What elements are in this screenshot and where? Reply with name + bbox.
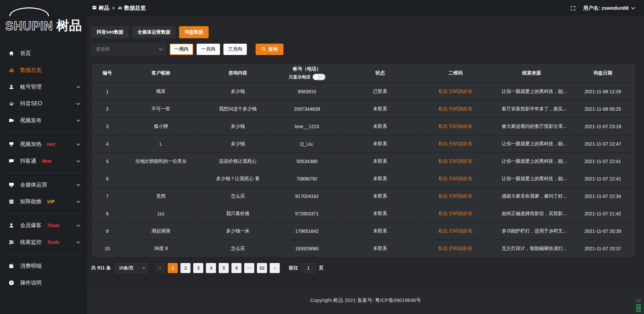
- main: 树品 > 数据总览 用户名: zswodun88: [87, 0, 644, 314]
- private-message-link[interactable]: 私信: [438, 89, 448, 94]
- performance-bars-icon: [636, 304, 641, 312]
- page-number-button-3[interactable]: 3: [193, 263, 203, 273]
- page-size-select[interactable]: 10条/页: [115, 263, 148, 273]
- tab-询盘数据[interactable]: 询盘数据: [179, 26, 209, 38]
- table-row: 7 觉然 怎么买 917024162 未联系 私信 扫码加好友 感谢大家喜欢我家…: [92, 188, 635, 205]
- sidebar-item-video-publish[interactable]: 视频发布: [0, 112, 87, 129]
- period-button-三月内[interactable]: 三月内: [223, 44, 247, 55]
- page-number-button-92[interactable]: 92: [257, 263, 267, 273]
- cell-source[interactable]: 被大家追着问的客厅投影分享...: [493, 118, 570, 135]
- scan-add-friend-link[interactable]: 扫码加好友: [449, 123, 473, 129]
- table-row: 8 zzz 我只看价格 572803371 未联系 私信 扫码加好友 如何正确选…: [92, 205, 635, 222]
- cell-source[interactable]: 让你一眼就爱上的黑科技，能...: [493, 136, 570, 152]
- page-ellipsis-button[interactable]: ···: [244, 263, 254, 273]
- page-number-button-5[interactable]: 5: [219, 263, 229, 273]
- sidebar-item-consume-detail[interactable]: 消费明细: [0, 258, 87, 274]
- page-number-button-2[interactable]: 2: [180, 263, 191, 273]
- goto-page-input[interactable]: [301, 263, 316, 273]
- goto-page: 前往 页: [288, 263, 323, 273]
- breadcrumb-root[interactable]: 树品: [92, 5, 109, 12]
- page-number-button-6[interactable]: 6: [231, 263, 241, 273]
- private-message-link[interactable]: 私信: [438, 176, 448, 181]
- cell-source[interactable]: 感谢大家喜欢我家，被问了好...: [493, 188, 570, 205]
- breadcrumb-current[interactable]: 数据总览: [117, 5, 146, 12]
- sidebar-item-account-manage[interactable]: 账号管理: [0, 78, 87, 95]
- cell-source[interactable]: 让你一眼就爱上的黑科技，能...: [493, 83, 570, 100]
- topbar-right: 用户名: zswodun88: [570, 5, 634, 11]
- cell-no: 1: [92, 83, 123, 100]
- scan-add-friend-link[interactable]: 扫码加好友: [449, 176, 473, 181]
- page-number-button-4[interactable]: 4: [206, 263, 216, 273]
- next-page-button[interactable]: ›: [270, 263, 280, 273]
- page-buttons: ‹ 1 2 3 4 5 6 ··· 92 ›: [155, 263, 280, 273]
- sidebar-item-badge: Hot: [47, 142, 55, 147]
- sidebar-item-label: 数据总览: [20, 67, 42, 74]
- scan-add-friend-link[interactable]: 扫码加好友: [449, 158, 473, 164]
- sidebar-item-douyin-seo[interactable]: 抖音SEO: [0, 95, 87, 112]
- sidebar-item-clue-monitor[interactable]: 线索监控 Tools: [0, 234, 87, 251]
- sidebar-item-video-heat[interactable]: 视频加热 Hot: [0, 136, 87, 153]
- sidebar-item-home[interactable]: 首页: [0, 45, 87, 62]
- cell-date: 2021-11-07 21:42: [570, 205, 635, 222]
- col-header-source: 线索来源: [493, 64, 570, 83]
- sidebar-item-operation-help[interactable]: ? 操作说明: [0, 274, 87, 291]
- tab-全媒体运营数据[interactable]: 全媒体运营数据: [132, 26, 176, 38]
- cell-nickname: 狐小狸: [123, 118, 199, 135]
- scan-add-friend-link[interactable]: 扫码加好友: [449, 228, 473, 233]
- scan-add-friend-link[interactable]: 扫码加好友: [449, 89, 473, 94]
- private-message-link[interactable]: 私信: [438, 141, 448, 146]
- period-button-一周内[interactable]: 一周内: [170, 44, 193, 55]
- cell-nickname: 当地比较能吃的一位美女: [123, 153, 199, 170]
- private-message-link[interactable]: 私信: [438, 246, 448, 251]
- cell-content: 多少钱: [199, 118, 271, 135]
- sidebar-item-media-operation[interactable]: 全媒体运营: [0, 176, 87, 193]
- sidebar-item-member-baoke[interactable]: 会员爆客 Tools: [0, 217, 87, 234]
- private-message-link[interactable]: 私信: [438, 228, 448, 233]
- private-message-link[interactable]: 私信: [438, 123, 448, 129]
- cell-nickname: [123, 170, 199, 187]
- filter-select-placeholder: 请选择: [96, 46, 110, 52]
- table-row: 10 36度 8 怎么买 183929060 未联系 私信 扫码加好友 无主灯设…: [92, 240, 635, 257]
- sidebar-item-douketong[interactable]: 抖客通 New: [0, 153, 87, 169]
- col-header-nickname: 客户昵称: [123, 64, 199, 83]
- tab-抖音seo数据[interactable]: 抖音seo数据: [91, 26, 129, 38]
- scan-add-friend-link[interactable]: 扫码加好友: [449, 141, 473, 146]
- sidebar-divider: [6, 173, 81, 173]
- scan-add-friend-link[interactable]: 扫码加好友: [449, 106, 473, 111]
- sidebar-item-label: 会员爆客: [20, 222, 42, 229]
- cell-source[interactable]: 多功能护栏灯，适用于乡村文...: [493, 223, 570, 240]
- cell-source[interactable]: 让你一眼就爱上的黑科技，能...: [493, 153, 570, 170]
- scan-add-friend-link[interactable]: 扫码加好友: [449, 193, 473, 199]
- cell-source[interactable]: 客厅安装投影半年多了，真实...: [493, 101, 570, 117]
- search-button[interactable]: 查询: [256, 44, 283, 55]
- private-message-link[interactable]: 私信: [438, 106, 448, 111]
- phone-only-toggle[interactable]: [313, 74, 325, 80]
- cell-no: 5: [92, 153, 123, 170]
- filter-bar: 请选择 一周内 一月内 三月内 查询: [91, 44, 636, 55]
- period-button-一月内[interactable]: 一月内: [197, 44, 220, 55]
- fullscreen-icon[interactable]: [570, 5, 576, 11]
- cell-source[interactable]: 无主灯设计，智能磁吸轨道灯...: [493, 240, 570, 257]
- private-message-link[interactable]: 私信: [438, 193, 448, 199]
- sidebar-divider: [6, 213, 81, 214]
- cell-account: love__1215: [272, 118, 342, 135]
- scan-add-friend-link[interactable]: 扫码加好友: [449, 246, 473, 251]
- sidebar-nav: 首页 数据总览 账号管理 抖音SEO 视频发布 视频加热 Hot 抖客通: [0, 43, 87, 291]
- private-message-link[interactable]: 私信: [438, 158, 448, 164]
- sidebar-item-matrix-boost[interactable]: 矩阵助推 VIP: [0, 193, 87, 210]
- sidebar-item-data-overview[interactable]: 数据总览: [0, 62, 87, 78]
- private-message-link[interactable]: 私信: [438, 211, 448, 216]
- prev-page-button[interactable]: ‹: [155, 263, 165, 273]
- page-number-button-1[interactable]: 1: [168, 263, 178, 273]
- cell-source[interactable]: 让你一眼就爱上的黑科技，能...: [493, 170, 570, 187]
- filter-select[interactable]: 请选择: [91, 44, 166, 55]
- user-menu[interactable]: 用户名: zswodun88: [583, 5, 634, 11]
- cell-source[interactable]: 如何正确选择投影仪，买投影...: [493, 205, 570, 222]
- sidebar-item-label: 账号管理: [20, 84, 42, 91]
- sidebar-item-label: 全媒体运营: [20, 181, 47, 189]
- cell-nickname: 36度 8: [123, 240, 199, 257]
- cell-account: 2097344839: [272, 101, 342, 117]
- copyright-text: Copyright 树品 2021 备案号: 粤ICP备09019646号: [310, 297, 421, 304]
- scan-add-friend-link[interactable]: 扫码加好友: [449, 211, 473, 216]
- svg-text:?: ?: [10, 281, 12, 284]
